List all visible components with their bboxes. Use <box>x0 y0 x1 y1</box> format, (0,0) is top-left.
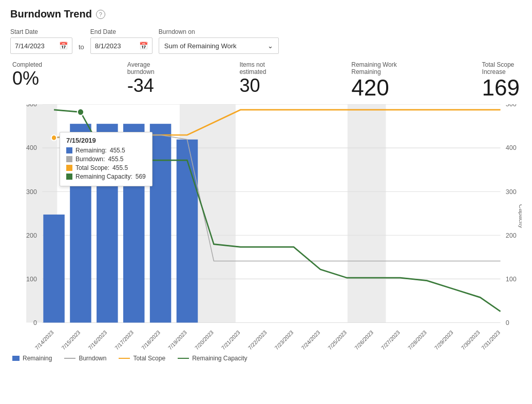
svg-text:7/19/2023: 7/19/2023 <box>167 329 188 351</box>
remaining-work-value: 420 <box>351 75 389 100</box>
start-date-input-wrap[interactable]: 📅 <box>10 37 72 54</box>
completed-label: Completed <box>12 61 42 68</box>
total-scope-label2: Increase <box>482 68 506 75</box>
svg-text:Capacity: Capacity <box>518 204 522 228</box>
svg-text:7/24/2023: 7/24/2023 <box>300 329 321 351</box>
end-date-input-wrap[interactable]: 📅 <box>90 37 153 54</box>
page-header: Burndown Trend ? <box>10 8 522 20</box>
legend-burndown: Burndown <box>64 355 106 362</box>
svg-text:7/28/2023: 7/28/2023 <box>407 329 428 351</box>
svg-text:100: 100 <box>26 275 37 283</box>
help-icon[interactable]: ? <box>96 10 105 19</box>
svg-text:7/29/2023: 7/29/2023 <box>433 329 454 351</box>
tooltip-remaining-capacity-row: Remaining Capacity: 569 <box>66 173 146 180</box>
legend-remaining-capacity-label: Remaining Capacity <box>192 355 247 362</box>
svg-text:7/17/2023: 7/17/2023 <box>113 329 135 351</box>
svg-text:7/22/2023: 7/22/2023 <box>247 329 268 351</box>
svg-text:7/31/2023: 7/31/2023 <box>480 329 501 351</box>
items-not-estimated-stat: Items not estimated 30 <box>239 61 266 96</box>
tooltip-remaining-swatch <box>66 147 72 153</box>
burndown-on-group: Burndown on Sum of Remaining Work ⌄ <box>159 28 279 54</box>
avg-burndown-label2: burndown <box>127 68 155 75</box>
legend-total-scope-swatch <box>119 358 130 359</box>
tooltip-burndown-row: Burndown: 455.5 <box>66 156 146 163</box>
burndown-on-label: Burndown on <box>159 28 279 35</box>
avg-burndown-stat: Average burndown -34 <box>127 61 155 96</box>
burndown-dropdown[interactable]: Sum of Remaining Work ⌄ <box>159 37 279 54</box>
to-separator: to <box>79 43 84 54</box>
svg-text:100: 100 <box>506 275 517 283</box>
end-date-calendar-icon[interactable]: 📅 <box>139 42 148 50</box>
svg-text:0: 0 <box>33 319 37 326</box>
svg-text:7/25/2023: 7/25/2023 <box>327 329 348 351</box>
tooltip-remaining-label: Remaining: <box>75 147 107 154</box>
legend-burndown-swatch <box>64 358 75 359</box>
svg-point-28 <box>78 109 84 116</box>
svg-rect-26 <box>150 124 172 323</box>
legend-remaining: Remaining <box>12 355 52 362</box>
completed-value: 0% <box>12 68 39 89</box>
svg-rect-2 <box>348 104 386 322</box>
svg-text:200: 200 <box>506 232 517 239</box>
svg-text:7/23/2023: 7/23/2023 <box>273 329 294 351</box>
tooltip-remaining-capacity-label: Remaining Capacity: <box>75 173 132 180</box>
start-date-input[interactable] <box>15 42 56 50</box>
svg-text:300: 300 <box>506 188 517 196</box>
tooltip-remaining-value: 455.5 <box>110 147 125 154</box>
tooltip-burndown-swatch <box>66 156 72 162</box>
svg-text:7/30/2023: 7/30/2023 <box>460 329 481 351</box>
legend-remaining-label: Remaining <box>23 355 52 362</box>
svg-rect-27 <box>177 140 198 323</box>
legend-remaining-capacity: Remaining Capacity <box>178 355 247 362</box>
completed-stat: Completed 0% <box>12 61 42 89</box>
page-title: Burndown Trend <box>10 8 92 20</box>
remaining-work-label1: Remaining Work <box>351 61 396 68</box>
remaining-work-label2: Remaining <box>351 68 381 75</box>
end-date-group: End Date 📅 <box>90 28 153 54</box>
total-scope-stat: Total Scope Increase 169 <box>482 61 520 100</box>
tooltip-total-scope-row: Total Scope: 455.5 <box>66 164 146 171</box>
chart-tooltip: 7/15/2019 Remaining: 455.5 Burndown: 455… <box>60 132 153 186</box>
svg-text:400: 400 <box>506 144 517 152</box>
svg-text:7/16/2023: 7/16/2023 <box>87 329 108 351</box>
avg-burndown-value: -34 <box>127 75 154 96</box>
start-date-group: Start Date 📅 <box>10 28 72 54</box>
svg-text:7/15/2023: 7/15/2023 <box>60 329 81 351</box>
svg-text:7/21/2023: 7/21/2023 <box>220 329 241 351</box>
tooltip-remaining-row: Remaining: 455.5 <box>66 147 146 154</box>
legend-total-scope: Total Scope <box>119 355 165 362</box>
items-not-estimated-value: 30 <box>239 75 260 96</box>
tooltip-remaining-capacity-value: 569 <box>136 173 146 180</box>
svg-text:7/14/2023: 7/14/2023 <box>34 329 55 351</box>
svg-text:7/18/2023: 7/18/2023 <box>140 329 161 351</box>
svg-text:400: 400 <box>26 144 37 152</box>
burndown-dropdown-value: Sum of Remaining Work <box>164 42 237 50</box>
tooltip-total-scope-label: Total Scope: <box>75 164 109 171</box>
svg-text:0: 0 <box>506 319 509 326</box>
items-not-estimated-label1: Items not <box>239 61 264 68</box>
legend-burndown-label: Burndown <box>79 355 106 362</box>
svg-text:7/26/2023: 7/26/2023 <box>353 329 374 351</box>
svg-text:500: 500 <box>506 104 517 108</box>
end-date-input[interactable] <box>95 42 136 50</box>
items-not-estimated-label2: estimated <box>239 68 266 75</box>
end-date-label: End Date <box>90 28 153 35</box>
tooltip-burndown-value: 455.5 <box>108 156 123 163</box>
chart-area: 0 100 200 300 400 500 0 100 200 300 400 … <box>10 104 522 351</box>
start-date-label: Start Date <box>10 28 72 35</box>
avg-burndown-label1: Average <box>127 61 150 68</box>
legend-remaining-swatch <box>12 356 20 361</box>
tooltip-remaining-capacity-swatch <box>66 174 72 180</box>
stats-row: Completed 0% Average burndown -34 Items … <box>10 61 522 100</box>
tooltip-total-scope-swatch <box>66 165 72 171</box>
start-date-calendar-icon[interactable]: 📅 <box>59 42 68 50</box>
tooltip-date: 7/15/2019 <box>66 137 146 144</box>
remaining-work-stat: Remaining Work Remaining 420 <box>351 61 396 100</box>
tooltip-burndown-label: Burndown: <box>75 156 105 163</box>
svg-text:7/20/2023: 7/20/2023 <box>194 329 215 351</box>
total-scope-label1: Total Scope <box>482 61 515 68</box>
total-scope-value: 169 <box>482 75 520 100</box>
svg-text:200: 200 <box>26 232 37 239</box>
svg-text:500: 500 <box>26 104 37 108</box>
controls-row: Start Date 📅 to End Date 📅 Burndown on S… <box>10 28 522 54</box>
